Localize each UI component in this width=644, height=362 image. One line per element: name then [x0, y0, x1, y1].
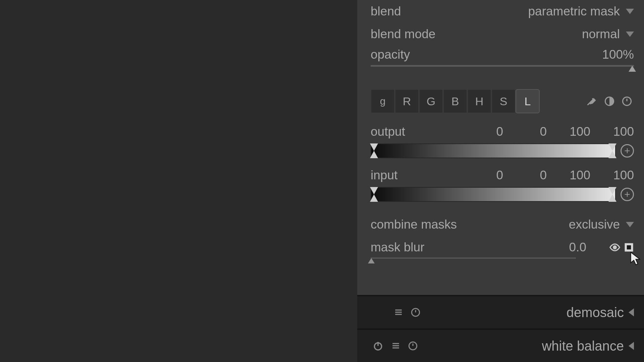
input-marker-top-right[interactable] [608, 187, 616, 194]
input-section: input 0 0 100 100 + [371, 168, 634, 202]
opacity-value: 100% [602, 48, 634, 62]
combine-masks-select[interactable]: combine masks exclusive [371, 213, 634, 236]
blend-select[interactable]: blend parametric mask [371, 0, 634, 23]
channel-tab-S[interactable]: S [491, 89, 516, 113]
module-demosaic[interactable]: demosaic [357, 295, 644, 328]
channel-tabs: g R G B H S L [371, 88, 634, 115]
multi-instance-icon[interactable] [394, 308, 403, 317]
contrast-icon[interactable] [604, 96, 614, 106]
input-gradient-slider[interactable] [371, 187, 616, 202]
output-v3: 100 [610, 125, 634, 139]
svg-rect-6 [395, 309, 402, 310]
output-add-button[interactable]: + [621, 144, 634, 158]
blend-mode-value: normal [582, 27, 620, 41]
mask-blur-label: mask blur [371, 240, 424, 254]
combine-masks-label: combine masks [371, 218, 457, 232]
blend-label: blend [371, 4, 401, 18]
output-marker-bot-right[interactable] [608, 151, 616, 158]
opacity-slider[interactable]: opacity 100% [371, 46, 634, 76]
chevron-left-icon [629, 308, 634, 316]
channel-tab-H[interactable]: H [467, 89, 491, 113]
channel-tab-L[interactable]: L [516, 89, 540, 113]
input-label: input [371, 168, 397, 182]
svg-rect-7 [395, 312, 402, 313]
module-white-balance-title: white balance [542, 339, 624, 354]
output-label: output [371, 125, 405, 139]
svg-rect-14 [392, 345, 399, 346]
input-v2: 100 [567, 168, 590, 182]
output-marker-bot-left[interactable] [370, 151, 378, 158]
channel-tab-R[interactable]: R [395, 89, 419, 113]
input-v3: 100 [610, 168, 634, 182]
input-marker-bot-right[interactable] [608, 194, 616, 202]
output-section: output 0 0 100 100 + [371, 125, 634, 158]
chevron-down-icon [626, 222, 634, 227]
canvas-area [0, 0, 357, 362]
channel-tab-g[interactable]: g [371, 89, 395, 113]
mask-blur-slider[interactable] [371, 257, 576, 259]
module-demosaic-title: demosaic [567, 305, 624, 320]
blend-value: parametric mask [528, 4, 620, 18]
mask-blur-row: mask blur 0.0 [371, 236, 634, 259]
channel-tab-G[interactable]: G [419, 89, 443, 113]
mask-blur-thumb[interactable] [368, 258, 375, 263]
svg-rect-5 [627, 245, 631, 250]
blend-mode-select[interactable]: blend mode normal [371, 23, 634, 46]
multi-instance-icon[interactable] [391, 342, 400, 350]
opacity-track[interactable] [371, 65, 634, 67]
opacity-thumb[interactable] [629, 66, 636, 72]
chevron-down-icon [626, 32, 634, 37]
mask-blur-value: 0.0 [569, 240, 586, 254]
output-v2: 100 [567, 125, 590, 139]
svg-rect-15 [392, 347, 399, 348]
input-marker-top-left[interactable] [370, 187, 378, 194]
power-icon[interactable] [373, 341, 383, 351]
chevron-left-icon [629, 342, 634, 350]
reset-icon[interactable] [622, 96, 632, 106]
input-v1: 0 [523, 168, 547, 182]
blend-mode-label: blend mode [371, 27, 435, 41]
input-add-button[interactable]: + [621, 188, 634, 201]
output-marker-top-left[interactable] [370, 143, 378, 151]
output-marker-top-right[interactable] [608, 143, 616, 151]
input-v0: 0 [480, 168, 503, 182]
output-v0: 0 [480, 125, 503, 139]
output-v1: 0 [523, 125, 547, 139]
svg-rect-13 [392, 343, 399, 344]
chevron-down-icon [626, 9, 634, 14]
side-panel: blend parametric mask blend mode normal … [357, 0, 644, 362]
module-white-balance[interactable]: white balance [357, 328, 644, 362]
opacity-label: opacity [371, 48, 410, 62]
eyedropper-icon[interactable] [586, 96, 597, 107]
svg-point-3 [613, 246, 616, 249]
combine-masks-value: exclusive [569, 218, 620, 232]
reset-icon[interactable] [411, 308, 420, 317]
input-marker-bot-left[interactable] [370, 194, 378, 202]
mask-square-icon[interactable] [624, 242, 634, 252]
reset-icon[interactable] [408, 341, 418, 351]
svg-rect-8 [395, 314, 402, 315]
eye-icon[interactable] [609, 242, 621, 253]
output-gradient-slider[interactable] [371, 143, 616, 158]
channel-tab-B[interactable]: B [443, 89, 467, 113]
